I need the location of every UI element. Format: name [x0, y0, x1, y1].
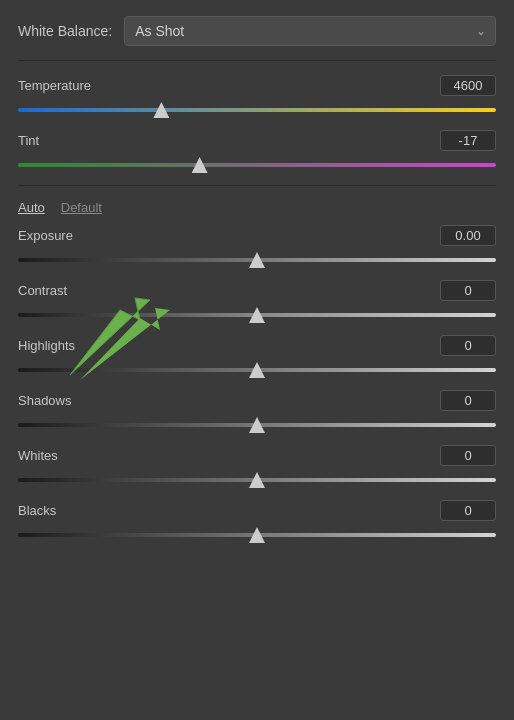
contrast-row: Contrast	[18, 280, 496, 325]
exposure-slider-container	[18, 250, 496, 270]
shadows-row: Shadows	[18, 390, 496, 435]
exposure-label: Exposure	[18, 228, 73, 243]
temperature-row: Temperature	[18, 75, 496, 120]
tint-track	[18, 163, 496, 167]
highlights-label: Highlights	[18, 338, 75, 353]
shadows-value[interactable]	[440, 390, 496, 411]
highlights-header: Highlights	[18, 335, 496, 356]
contrast-label: Contrast	[18, 283, 67, 298]
tint-label: Tint	[18, 133, 39, 148]
temperature-header: Temperature	[18, 75, 496, 96]
blacks-label: Blacks	[18, 503, 56, 518]
blacks-slider-container	[18, 525, 496, 545]
whites-slider-container	[18, 470, 496, 490]
whites-header: Whites	[18, 445, 496, 466]
blacks-header: Blacks	[18, 500, 496, 521]
tint-value[interactable]	[440, 130, 496, 151]
exposure-value[interactable]	[440, 225, 496, 246]
white-balance-label: White Balance:	[18, 23, 112, 39]
tint-header: Tint	[18, 130, 496, 151]
white-balance-select[interactable]: As Shot Auto Daylight Cloudy Shade Tungs…	[124, 16, 496, 46]
exposure-header: Exposure	[18, 225, 496, 246]
whites-row: Whites	[18, 445, 496, 490]
shadows-slider-container	[18, 415, 496, 435]
contrast-value[interactable]	[440, 280, 496, 301]
temperature-track	[18, 108, 496, 112]
temperature-slider-container	[18, 100, 496, 120]
temperature-value[interactable]	[440, 75, 496, 96]
tint-slider-container	[18, 155, 496, 175]
white-balance-select-wrapper: As Shot Auto Daylight Cloudy Shade Tungs…	[124, 16, 496, 46]
default-button[interactable]: Default	[61, 200, 102, 215]
blacks-row: Blacks	[18, 500, 496, 545]
highlights-value[interactable]	[440, 335, 496, 356]
tint-row: Tint	[18, 130, 496, 175]
auto-button[interactable]: Auto	[18, 200, 45, 215]
whites-label: Whites	[18, 448, 58, 463]
contrast-header: Contrast	[18, 280, 496, 301]
section-divider	[18, 185, 496, 186]
blacks-value[interactable]	[440, 500, 496, 521]
highlights-slider-container	[18, 360, 496, 380]
whites-value[interactable]	[440, 445, 496, 466]
shadows-header: Shadows	[18, 390, 496, 411]
temperature-label: Temperature	[18, 78, 91, 93]
shadows-label: Shadows	[18, 393, 71, 408]
white-balance-row: White Balance: As Shot Auto Daylight Clo…	[18, 16, 496, 61]
contrast-slider-container	[18, 305, 496, 325]
highlights-row: Highlights	[18, 335, 496, 380]
auto-default-row: Auto Default	[18, 200, 496, 215]
adjustment-panel: White Balance: As Shot Auto Daylight Clo…	[0, 0, 514, 571]
exposure-row: Exposure	[18, 225, 496, 270]
